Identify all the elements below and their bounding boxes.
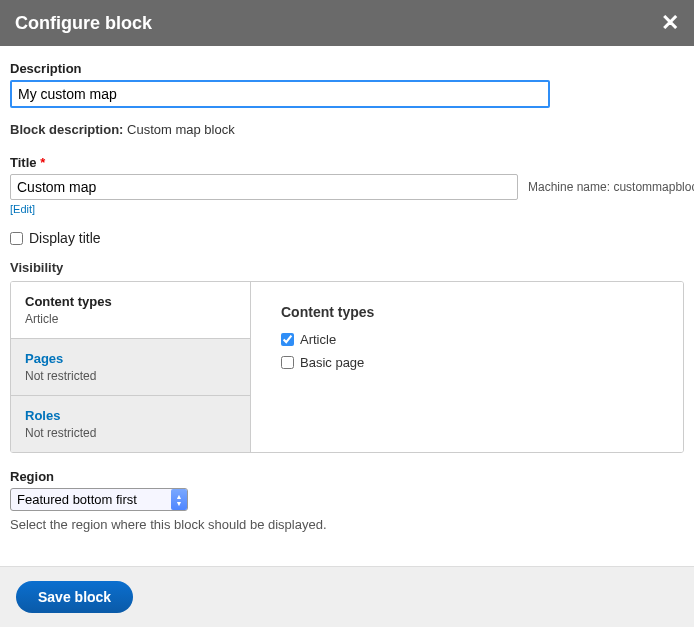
required-indicator: * xyxy=(40,155,45,170)
description-field-wrapper: Description xyxy=(10,61,684,108)
tab-roles[interactable]: Roles Not restricted xyxy=(11,396,250,452)
region-label: Region xyxy=(10,469,684,484)
dialog-header: Configure block ✕ xyxy=(0,0,694,46)
display-title-checkbox[interactable] xyxy=(10,232,23,245)
dialog-body: Description Block description: Custom ma… xyxy=(0,46,694,566)
visibility-tabs-container: Content types Article Pages Not restrict… xyxy=(10,281,684,453)
region-helper-text: Select the region where this block shoul… xyxy=(10,517,684,532)
title-field-wrapper: Title * Machine name: custommapblock Edi… xyxy=(10,155,684,216)
visibility-label: Visibility xyxy=(10,260,684,275)
title-label: Title * xyxy=(10,155,684,170)
option-article: Article xyxy=(281,332,653,347)
display-title-row: Display title xyxy=(10,230,684,246)
label-basic-page: Basic page xyxy=(300,355,364,370)
block-description-label: Block description: xyxy=(10,122,123,137)
vertical-tabs: Content types Article Pages Not restrict… xyxy=(11,282,251,452)
machine-name-display: Machine name: custommapblock xyxy=(528,180,694,194)
checkbox-article[interactable] xyxy=(281,333,294,346)
block-description-row: Block description: Custom map block xyxy=(10,122,684,137)
description-input[interactable] xyxy=(10,80,550,108)
tab-pane-content-types: Content types Article Basic page xyxy=(251,282,683,452)
dialog-title: Configure block xyxy=(15,13,152,34)
dialog-footer: Save block xyxy=(0,566,694,627)
region-field-wrapper: Region Featured bottom first ▲▼ Select t… xyxy=(10,469,684,532)
region-select[interactable]: Featured bottom first xyxy=(10,488,188,511)
display-title-label: Display title xyxy=(29,230,101,246)
checkbox-basic-page[interactable] xyxy=(281,356,294,369)
tab-pages[interactable]: Pages Not restricted xyxy=(11,339,250,396)
description-label: Description xyxy=(10,61,684,76)
close-icon[interactable]: ✕ xyxy=(661,12,679,34)
block-description-value: Custom map block xyxy=(127,122,235,137)
save-button[interactable]: Save block xyxy=(16,581,133,613)
machine-name-edit-link[interactable]: Edit xyxy=(10,203,35,215)
title-input[interactable] xyxy=(10,174,518,200)
tab-content-types[interactable]: Content types Article xyxy=(11,282,250,339)
select-stepper-icon: ▲▼ xyxy=(171,489,187,510)
label-article: Article xyxy=(300,332,336,347)
option-basic-page: Basic page xyxy=(281,355,653,370)
pane-heading: Content types xyxy=(281,304,653,320)
